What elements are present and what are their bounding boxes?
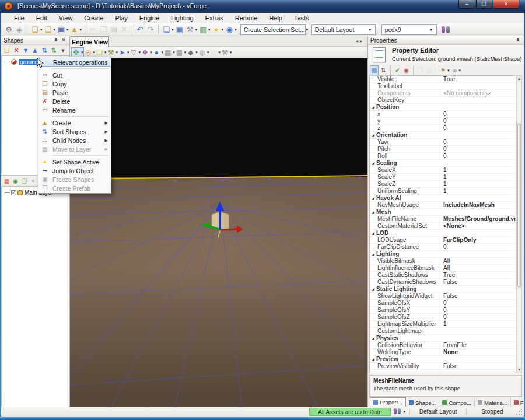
- property-row-scalez[interactable]: ScaleZ1: [370, 181, 516, 188]
- property-value[interactable]: False: [440, 279, 516, 285]
- scroll-up-icon[interactable]: ▲: [517, 76, 522, 82]
- drop-to-floor-icon[interactable]: ▽▾: [130, 48, 141, 57]
- property-row-navmeshusage[interactable]: NavMeshUsageIncludeInNavMesh: [370, 202, 516, 209]
- property-row-lightinfluencebitmask[interactable]: LightInfluenceBitmaskAll: [370, 265, 516, 272]
- dropdown-caret-icon[interactable]: ▾: [235, 27, 237, 32]
- property-value[interactable]: None: [440, 349, 516, 355]
- menu-item-jump-to-object[interactable]: ➥Jump to Object: [39, 166, 110, 175]
- property-row-x[interactable]: x0: [370, 111, 516, 118]
- category-row-lod[interactable]: ◢LOD: [370, 230, 516, 237]
- property-value[interactable]: True: [440, 76, 516, 82]
- property-row-scaley[interactable]: ScaleY1: [370, 174, 516, 181]
- save-scene-icon[interactable]: ▤▾: [57, 25, 69, 34]
- dropdown-caret-icon[interactable]: ▾: [81, 50, 83, 55]
- property-row-meshfilename[interactable]: MeshFileNameMeshes/Ground/ground.vmesh: [370, 216, 516, 223]
- menu-extras[interactable]: Extras: [200, 13, 229, 23]
- layer-state-icon[interactable]: ◉: [12, 177, 19, 186]
- property-row-lodusage[interactable]: LODUsageFarClipOnly: [370, 237, 516, 244]
- menu-remote[interactable]: Remote: [229, 13, 264, 23]
- dropdown-caret-icon[interactable]: ▾: [459, 68, 461, 73]
- cube-tool-icon[interactable]: ◆▾: [186, 48, 198, 57]
- collapse-triangle-icon[interactable]: ◢: [370, 196, 376, 200]
- link-props-icon[interactable]: ∞▾: [451, 66, 461, 75]
- property-row-visible[interactable]: VisibleTrue: [370, 76, 516, 83]
- menu-help[interactable]: Help: [263, 13, 288, 23]
- property-row-weldingtype[interactable]: WeldingTypeNone: [370, 349, 516, 356]
- property-value[interactable]: <None>: [440, 223, 516, 229]
- property-value[interactable]: 0: [440, 314, 516, 320]
- property-row-previewvisibility[interactable]: PreviewVisibilityFalse: [370, 363, 516, 370]
- apply-icon[interactable]: ✔: [394, 66, 401, 75]
- collapse-triangle-icon[interactable]: ◢: [370, 161, 376, 165]
- redo-icon[interactable]: ↷: [146, 25, 155, 34]
- property-value[interactable]: 1: [440, 174, 516, 180]
- property-row-z[interactable]: z0: [370, 125, 516, 132]
- asset-profile-button[interactable]: ▼: [393, 408, 407, 414]
- menu-item-delete[interactable]: ✗Delete: [39, 97, 110, 106]
- select-mode-icon[interactable]: ➤▾: [118, 48, 130, 57]
- category-row-position[interactable]: ◢Position: [370, 104, 516, 111]
- menu-item-child-nodes[interactable]: ∴Child Nodes▶: [39, 136, 110, 145]
- collapse-triangle-icon[interactable]: ◢: [370, 133, 376, 137]
- property-row-custommaterialset[interactable]: CustomMaterialSet<None>: [370, 223, 516, 230]
- resize-grip[interactable]: [517, 410, 522, 415]
- property-value[interactable]: False: [440, 363, 516, 369]
- sort-az-icon[interactable]: ⇅: [40, 46, 48, 55]
- category-row-lighting[interactable]: ◢Lighting: [370, 251, 516, 258]
- panels-icon[interactable]: ❏▾: [162, 25, 174, 34]
- engine-gears-icon[interactable]: ⚙: [4, 25, 13, 34]
- property-row-showlightgridwidget[interactable]: ShowLightgridWidgetFalse: [370, 293, 516, 300]
- category-row-mesh[interactable]: ◢Mesh: [370, 209, 516, 216]
- dropdown-caret-icon[interactable]: ▾: [230, 50, 232, 55]
- chevron-down-icon[interactable]: ▼: [402, 410, 407, 414]
- property-row-components[interactable]: Components<No components>: [370, 90, 516, 97]
- sort-za-icon[interactable]: ⇅: [50, 46, 58, 55]
- lighting-bulb-icon[interactable]: ●▾: [212, 25, 224, 34]
- category-row-scaling[interactable]: ◢Scaling: [370, 160, 516, 167]
- minimize-button[interactable]: –: [459, 0, 475, 9]
- title-bar[interactable]: [Scenes\MyScene.scene] - D:\Tutorials\Ba…: [0, 0, 525, 13]
- tab-shape[interactable]: Shape...: [406, 398, 439, 407]
- dropdown-caret-icon[interactable]: ▾: [80, 27, 82, 32]
- chevron-down-icon[interactable]: ▼: [305, 27, 309, 32]
- scale-gizmo-icon[interactable]: ❏▾: [95, 48, 107, 57]
- dropdown-caret-icon[interactable]: ▾: [172, 27, 174, 32]
- property-value[interactable]: 0: [440, 300, 516, 306]
- tools-wrench-icon[interactable]: ⚒▾: [186, 25, 198, 34]
- property-row-pitch[interactable]: Pitch0: [370, 146, 516, 153]
- category-row-static-lighting[interactable]: ◢Static Lighting: [370, 286, 516, 293]
- property-value[interactable]: 0: [440, 307, 516, 313]
- dropdown-caret-icon[interactable]: ▾: [54, 27, 56, 32]
- close-icon[interactable]: ✕: [61, 37, 66, 43]
- property-value[interactable]: 0: [440, 244, 516, 250]
- device-purple-icon[interactable]: [442, 26, 445, 33]
- menu-play[interactable]: Play: [109, 13, 133, 23]
- dropdown-caret-icon[interactable]: ▾: [66, 27, 69, 32]
- menu-item-cut[interactable]: ✂Cut: [39, 71, 110, 79]
- revert-icon[interactable]: ◉: [402, 66, 410, 75]
- property-row-textlabel[interactable]: TextLabel: [370, 83, 516, 90]
- categorized-icon[interactable]: ▤: [370, 65, 379, 76]
- layer-visible-checkbox[interactable]: ✓: [11, 190, 16, 195]
- menu-edit[interactable]: Edit: [30, 13, 53, 23]
- profile-chart-icon[interactable]: ▥▾: [198, 25, 211, 34]
- flag-icon[interactable]: ⚑▾: [439, 66, 450, 75]
- renderer-combobox[interactable]: pcdx9 ▼: [382, 24, 437, 35]
- tab-materia[interactable]: Materia...: [475, 398, 511, 407]
- property-value[interactable]: FarClipOnly: [440, 237, 516, 243]
- property-value[interactable]: FromFile: [440, 342, 516, 348]
- property-value[interactable]: 0: [440, 153, 516, 159]
- collapse-triangle-icon[interactable]: ◢: [370, 287, 376, 291]
- rotate-gizmo-icon[interactable]: ◎▾: [84, 48, 96, 57]
- export-scene-icon[interactable]: ▲▾: [70, 25, 82, 34]
- property-row-uniformscaling[interactable]: UniformScaling1: [370, 188, 516, 195]
- menu-item-copy[interactable]: ❐Copy: [39, 79, 110, 88]
- recent-scenes-icon[interactable]: ❏▾: [44, 25, 56, 34]
- property-row-yaw[interactable]: Yaw0: [370, 139, 516, 146]
- move-up-icon[interactable]: ▲: [31, 46, 39, 55]
- selection-set-combobox[interactable]: Create Selection Set... ▼: [240, 24, 306, 35]
- menu-file[interactable]: File: [8, 13, 30, 23]
- model-viewer-icon[interactable]: ◈: [15, 25, 24, 34]
- property-value[interactable]: All: [440, 265, 516, 271]
- property-value[interactable]: 1: [440, 181, 516, 187]
